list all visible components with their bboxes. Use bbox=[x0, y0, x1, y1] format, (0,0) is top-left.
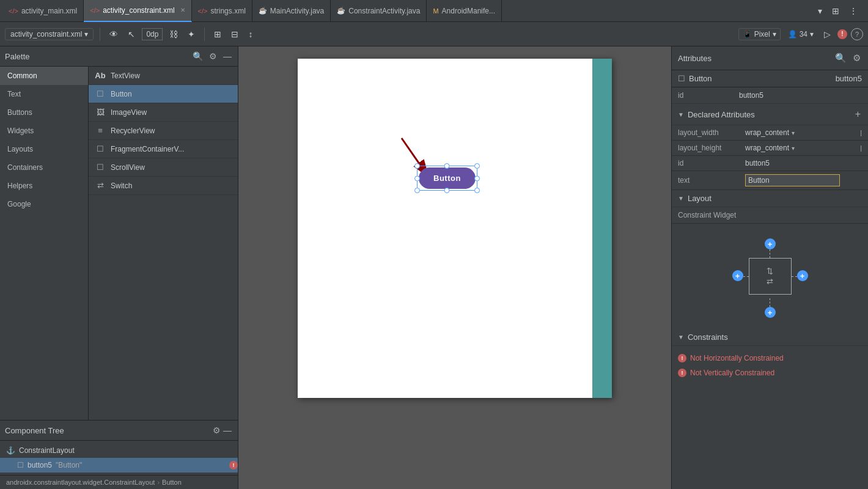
eye-icon[interactable]: 👁 bbox=[106, 28, 121, 41]
constraint-widget-label: Constraint Widget bbox=[672, 207, 868, 224]
tree-child-label: button5 bbox=[28, 461, 52, 469]
toolbar-right: 📱 Pixel ▾ 👤 34 ▾ ▷ ! bbox=[738, 28, 847, 41]
pixel-icon: 📱 bbox=[743, 30, 752, 39]
java-icon: ☕ bbox=[337, 7, 345, 15]
sidebar-item-containers[interactable]: Containers bbox=[0, 158, 88, 177]
minimize-icon[interactable]: — bbox=[222, 50, 233, 62]
sidebar-item-layouts[interactable]: Layouts bbox=[0, 140, 88, 158]
tab-activity-main[interactable]: </> activity_main.xml bbox=[2, 0, 84, 22]
widget-fragmentcontainer[interactable]: ☐ FragmentContainerV... bbox=[89, 140, 238, 158]
handle-tc[interactable] bbox=[444, 163, 450, 169]
settings-icon[interactable]: ⚙ bbox=[208, 50, 218, 62]
cw-dashed-left bbox=[743, 276, 749, 277]
tab-settings-btn[interactable]: ⋮ bbox=[846, 4, 861, 18]
sidebar-item-widgets[interactable]: Widgets bbox=[0, 122, 88, 140]
pixel-selector[interactable]: 📱 Pixel ▾ bbox=[738, 28, 781, 40]
declared-attributes-section[interactable]: ▼ Declared Attributes + bbox=[672, 104, 868, 125]
expand-icon[interactable]: ▷ bbox=[821, 28, 834, 41]
layout-section[interactable]: ▼ Layout bbox=[672, 190, 868, 207]
align-icon[interactable]: ⊞ bbox=[211, 28, 224, 41]
main-layout: Palette 🔍 ⚙ — Common Text Buttons bbox=[0, 46, 868, 489]
attr-row-text: text bbox=[672, 171, 868, 190]
manifest-icon: M bbox=[433, 7, 438, 15]
tab-mainactivity[interactable]: ☕ MainActivity.java bbox=[252, 0, 331, 22]
widget-recyclerview[interactable]: ≡ RecyclerView bbox=[89, 122, 238, 140]
widget-label: FragmentContainerV... bbox=[111, 145, 184, 153]
layout-height-value[interactable]: wrap_content ▾ bbox=[745, 144, 795, 152]
tab-overflow-actions: ▾ ⊞ ⋮ bbox=[810, 4, 866, 18]
constraint-bottom-plus[interactable]: + bbox=[765, 307, 776, 318]
tab-overflow-chevron[interactable]: ▾ bbox=[815, 4, 825, 18]
widget-label: Button bbox=[111, 90, 132, 98]
comp-tree-settings-icon[interactable]: ⚙ bbox=[211, 424, 222, 436]
attr-search-icon[interactable]: 🔍 bbox=[834, 51, 848, 65]
layout-width-label: layout_width bbox=[678, 128, 745, 137]
tab-strings[interactable]: </> strings.xml bbox=[192, 0, 252, 22]
widget-imageview[interactable]: 🖼 ImageView bbox=[89, 103, 238, 122]
sidebar-item-buttons[interactable]: Buttons bbox=[0, 103, 88, 122]
cursor-icon[interactable]: ↖ bbox=[125, 28, 138, 41]
api-selector[interactable]: 👤 34 ▾ bbox=[784, 29, 817, 40]
constraint-icon: ⚓ bbox=[6, 446, 15, 455]
magic-wand-icon[interactable]: ✦ bbox=[185, 28, 198, 41]
tab-androidmanifest[interactable]: M AndroidManife... bbox=[427, 0, 502, 22]
canvas-background[interactable]: Button bbox=[238, 46, 671, 489]
attr-settings-icon[interactable]: ⚙ bbox=[851, 51, 862, 65]
widget-switch[interactable]: ⇄ Switch bbox=[89, 177, 238, 195]
recyclerview-icon: ≡ bbox=[95, 126, 106, 135]
close-icon[interactable]: ✕ bbox=[180, 7, 185, 13]
palette-actions: 🔍 ⚙ — bbox=[191, 50, 233, 62]
chevron-down-icon: ▾ bbox=[773, 30, 776, 39]
sidebar-item-common[interactable]: Common bbox=[0, 67, 88, 85]
switch-icon: ⇄ bbox=[95, 181, 106, 190]
file-selector[interactable]: activity_constraint.xml ▾ bbox=[5, 28, 94, 40]
tree-item-button5[interactable]: ☐ button5 "Button" ! bbox=[0, 458, 238, 472]
attr-row-layout-height: layout_height wrap_content ▾ | bbox=[672, 141, 868, 156]
text-attr-input[interactable] bbox=[745, 174, 840, 186]
search-icon[interactable]: 🔍 bbox=[191, 50, 204, 62]
palette-title: Palette bbox=[5, 52, 191, 61]
constraint-right-plus[interactable]: + bbox=[797, 270, 808, 281]
tab-layout-btn[interactable]: ⊞ bbox=[829, 4, 842, 18]
sidebar-item-text[interactable]: Text bbox=[0, 85, 88, 103]
tab-constraintactivity[interactable]: ☕ ConstraintActivity.java bbox=[331, 0, 427, 22]
help-button[interactable]: ? bbox=[851, 28, 863, 40]
handle-bl[interactable] bbox=[414, 188, 420, 193]
error-vertical-text: Not Vertically Constrained bbox=[690, 369, 774, 377]
constraint-top-plus[interactable]: + bbox=[765, 238, 776, 249]
comp-tree-minimize-icon[interactable]: — bbox=[222, 424, 233, 436]
constraints-section-header[interactable]: ▼ Constraints bbox=[672, 329, 868, 346]
tab-activity-constraint[interactable]: </> activity_constraint.xml ✕ bbox=[84, 0, 191, 22]
cw-up-arrow-icon: ⇅ bbox=[767, 267, 773, 276]
tree-item-constraintlayout[interactable]: ⚓ ConstraintLayout bbox=[0, 443, 238, 458]
widget-textview[interactable]: Ab TextView bbox=[89, 67, 238, 85]
constraint-left-plus[interactable]: + bbox=[732, 270, 743, 281]
error-icon-horizontal: ! bbox=[678, 354, 686, 362]
button-selection: Button bbox=[417, 166, 477, 191]
canvas-button-container[interactable]: Button bbox=[417, 166, 477, 191]
zoom-control[interactable]: 0dp bbox=[142, 28, 163, 40]
cw-center-box: ⇅ ⇄ bbox=[749, 258, 792, 295]
tab-label: ConstraintActivity.java bbox=[348, 7, 420, 15]
handle-bc[interactable] bbox=[444, 188, 450, 193]
layout-width-value[interactable]: wrap_content ▾ bbox=[745, 128, 795, 137]
error-badge: ! bbox=[837, 29, 847, 39]
toolbar-icon-row: ? bbox=[851, 28, 863, 40]
add-attribute-button[interactable]: + bbox=[854, 108, 862, 121]
handle-ml[interactable] bbox=[414, 175, 420, 181]
error-not-vertical: ! Not Vertically Constrained bbox=[678, 366, 862, 380]
distribute-icon[interactable]: ⊟ bbox=[228, 28, 241, 41]
handle-br[interactable] bbox=[474, 188, 480, 193]
link-icon[interactable]: ⛓ bbox=[166, 28, 181, 41]
sidebar-item-helpers[interactable]: Helpers bbox=[0, 177, 88, 195]
guidelines-icon[interactable]: ↕ bbox=[245, 28, 256, 41]
handle-mr[interactable] bbox=[474, 175, 480, 181]
handle-tl[interactable] bbox=[414, 163, 420, 169]
tab-label: strings.xml bbox=[210, 7, 245, 15]
handle-tr[interactable] bbox=[474, 163, 480, 169]
sidebar-item-google[interactable]: Google bbox=[0, 195, 88, 213]
widget-button[interactable]: ☐ Button bbox=[89, 85, 238, 103]
widget-scrollview[interactable]: ☐ ScrollView bbox=[89, 158, 238, 177]
api-label: 34 bbox=[800, 30, 807, 39]
text-attr-label: text bbox=[678, 176, 745, 185]
